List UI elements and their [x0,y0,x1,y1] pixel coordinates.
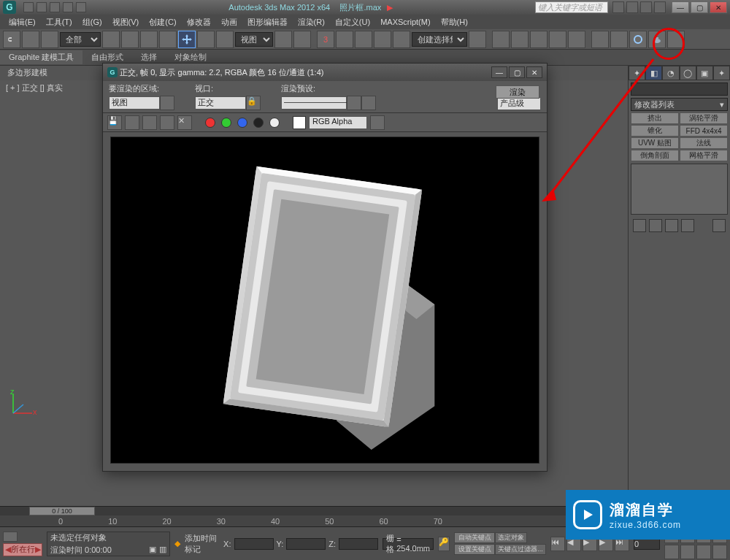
qa-redo-icon[interactable] [76,2,86,12]
tab-utilities-icon[interactable]: ✦ [713,66,730,80]
red-channel-icon[interactable] [205,118,215,128]
time-slider-knob[interactable]: 0 / 100 [29,507,95,515]
max-toggle-icon[interactable] [696,545,711,559]
select-name-icon[interactable] [121,31,139,48]
copy-image-icon[interactable] [125,115,139,130]
qa-save-icon[interactable] [50,2,60,12]
autokey-button[interactable]: 自动关键点 [454,532,495,543]
pin-stack-icon[interactable] [633,219,646,232]
arrow-icon[interactable] [626,1,638,13]
tab-modify-icon[interactable]: ◧ [645,66,662,80]
mod-normal[interactable]: 法线 [680,137,728,149]
move-icon[interactable] [178,31,196,48]
clone-window-icon[interactable] [142,115,157,130]
remove-mod-icon[interactable] [681,219,694,232]
preset-select[interactable]: ———————— [281,96,347,110]
orbit-icon[interactable] [680,545,695,559]
rwin-minimize[interactable]: — [491,66,507,78]
goto-start-icon[interactable]: ⏮ [550,537,565,551]
x-input[interactable] [234,538,274,550]
render-setup-icon[interactable] [591,31,609,48]
tab-display-icon[interactable]: ▣ [696,66,713,80]
channel-select[interactable]: RGB Alpha [309,116,367,129]
keyfilter-button[interactable]: 关键点过滤器... [495,544,546,555]
time-tag-icon[interactable]: ◆ [174,539,180,548]
mod-meshsmooth[interactable]: 网格平滑 [680,150,728,161]
product-select[interactable]: 产品级 [497,97,541,110]
tab-hierarchy-icon[interactable]: ◔ [662,66,679,80]
menu-edit[interactable]: 编辑(E) [4,15,40,29]
configure-icon[interactable] [712,219,726,232]
object-name-input[interactable] [631,83,728,96]
minimize-button[interactable]: — [672,1,689,13]
menu-animation[interactable]: 动画 [217,15,242,29]
qa-undo-icon[interactable] [63,2,73,12]
print-icon[interactable] [160,115,174,130]
ref-coord-select[interactable]: 视图 [235,32,273,47]
render-output-view[interactable] [110,137,539,464]
lock-viewport-icon[interactable]: 🔒 [246,96,261,110]
axis-constraint[interactable]: ◀所在行▶ [3,543,42,556]
mod-ffd[interactable]: FFD 4x4x4 [680,125,728,137]
star-icon[interactable] [640,1,652,13]
preset-opt1-icon[interactable] [347,96,361,110]
area-opt-icon[interactable] [160,96,174,110]
unlink-icon[interactable] [22,31,39,48]
viewport-select[interactable]: 正交 [195,96,246,110]
y-input[interactable] [286,538,326,550]
select-icon[interactable] [102,31,120,48]
menu-customize[interactable]: 自定义(U) [331,15,374,29]
modifier-list-select[interactable]: 修改器列表▾ [631,98,728,111]
align-icon[interactable] [492,31,510,48]
lock-selection-icon[interactable] [3,532,18,542]
toggle-ui-icon[interactable] [370,115,385,130]
qa-open-icon[interactable] [36,2,47,12]
mirror-icon[interactable] [469,31,486,48]
menu-render[interactable]: 渲染(R) [293,15,329,29]
mod-extrude[interactable]: 挤出 [631,112,679,124]
z-input[interactable] [339,538,378,550]
zoom-all-icon[interactable] [664,545,679,559]
mono-channel-icon[interactable] [269,118,280,128]
rwin-close[interactable]: ✕ [526,66,542,78]
tab-motion-icon[interactable]: ◯ [680,66,696,80]
bind-icon[interactable] [41,31,58,48]
render-window-titlebar[interactable]: G 正交, 帧 0, 显示 gamma: 2.2, RGBA 颜色 16 位/通… [103,64,547,81]
spinner-snap-icon[interactable] [374,31,391,48]
region-zoom-icon[interactable] [712,545,727,559]
menu-group[interactable]: 组(G) [78,15,107,29]
pivot-icon[interactable] [274,31,292,48]
clear-icon[interactable]: ✕ [177,115,192,130]
menu-views[interactable]: 视图(V) [108,15,144,29]
material-editor-icon[interactable] [568,31,585,48]
green-channel-icon[interactable] [221,118,231,128]
add-time-tag[interactable]: 添加时间标记 [185,533,220,555]
menu-modifiers[interactable]: 修改器 [182,15,215,29]
help-icon[interactable] [654,1,666,13]
select-region-icon[interactable] [140,31,158,48]
rwin-maximize[interactable]: ▢ [509,66,525,78]
preset-opt2-icon[interactable] [361,96,376,110]
render-frame-icon[interactable] [610,31,628,48]
schematic-icon[interactable] [549,31,566,48]
viewport-label[interactable]: [ + ] 正交 [] 真实 [0,80,102,98]
menu-graph[interactable]: 图形编辑器 [243,15,292,29]
app-logo[interactable]: G [3,1,16,14]
mod-turbosmooth[interactable]: 涡轮平滑 [680,112,728,124]
manipulate-icon[interactable] [293,31,311,48]
show-end-icon[interactable] [649,219,662,232]
render-last-icon[interactable] [667,31,685,48]
edged-faces-icon[interactable] [393,31,410,48]
menu-tools[interactable]: 工具(T) [42,15,77,29]
qa-new-icon[interactable] [23,2,34,12]
rotate-icon[interactable] [197,31,215,48]
curve-editor-icon[interactable] [530,31,548,48]
area-select[interactable]: 视图 [109,96,160,110]
selected-button[interactable]: 选定对象 [495,532,527,543]
window-crossing-icon[interactable] [159,31,177,48]
close-button[interactable]: ✕ [710,1,727,13]
script-listener-icon[interactable]: ▣ ▥ [149,545,166,556]
layers-icon[interactable] [511,31,529,48]
render-button[interactable]: 渲染 [496,85,539,99]
selection-filter[interactable]: 全部 [60,32,101,47]
